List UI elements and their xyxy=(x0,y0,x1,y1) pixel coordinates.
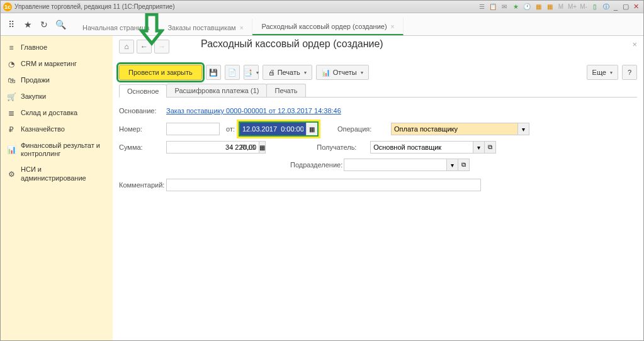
recipient-label: Получатель: xyxy=(317,143,370,151)
date-group: ▦ xyxy=(239,121,319,137)
dropdown-icon[interactable]: ▾ xyxy=(447,159,458,171)
open-icon[interactable]: ⧉ xyxy=(458,159,470,171)
chart-icon: ◔ xyxy=(7,60,16,69)
sidebar-item-crm[interactable]: ◔ CRM и маркетинг xyxy=(1,56,113,72)
sidebar-item-label: Закупки xyxy=(21,92,46,101)
tab-home[interactable]: Начальная страница xyxy=(74,19,159,35)
warehouse-icon: ≣ xyxy=(7,109,16,118)
save-button[interactable]: 💾 xyxy=(206,65,221,80)
sidebar-item-label: Казначейство xyxy=(21,125,65,133)
operation-label: Операция: xyxy=(337,125,391,133)
sidebar-item-label: Главное xyxy=(21,43,47,52)
app-icon: 1c xyxy=(3,3,12,11)
tb-icon[interactable]: ▯ xyxy=(590,3,599,11)
top-row: ⠿ ★ ↻ 🔍 Начальная страница Заказы постав… xyxy=(1,13,643,36)
sum-label: Сумма: xyxy=(119,143,166,151)
sidebar-item-warehouse[interactable]: ≣ Склад и доставка xyxy=(1,105,113,121)
sidebar: ≡ Главное ◔ CRM и маркетинг 🛍 Продажи 🛒 … xyxy=(1,36,113,341)
sidebar-item-finance[interactable]: 📊 Финансовый результат и контроллинг xyxy=(1,138,113,162)
recipient-select[interactable] xyxy=(370,141,473,154)
forward-button[interactable]: → xyxy=(154,40,169,53)
titlebar: 1c Управление торговлей, редакция 11 (1С… xyxy=(1,1,643,13)
sidebar-item-main[interactable]: ≡ Главное xyxy=(1,40,113,56)
tb-icon-m[interactable]: M xyxy=(556,3,565,11)
currency-label: RUB xyxy=(240,143,255,151)
tab-label: Начальная страница xyxy=(82,24,149,31)
post-and-close-button[interactable]: Провести и закрыть xyxy=(119,65,202,80)
close-page-button[interactable]: × xyxy=(632,40,637,49)
post-button[interactable]: 📄 xyxy=(225,65,240,80)
subtabs: Основное Расшифровка платежа (1) Печать xyxy=(119,84,637,98)
list-icon: ≡ xyxy=(7,43,16,52)
create-based-button[interactable]: 📑▾ xyxy=(244,65,259,80)
dropdown-icon[interactable]: ▾ xyxy=(473,141,485,154)
main-content: ⌂ ← → Расходный кассовый ордер (создание… xyxy=(113,36,643,341)
sidebar-item-label: НСИ и администрирование xyxy=(21,165,106,182)
open-icon[interactable]: ⧉ xyxy=(485,141,496,154)
number-label: Номер: xyxy=(119,125,166,133)
calendar-icon[interactable]: ▦ xyxy=(306,123,317,135)
sidebar-item-label: Склад и доставка xyxy=(21,109,77,117)
subtab-main[interactable]: Основное xyxy=(119,84,167,98)
sidebar-item-admin[interactable]: ⚙ НСИ и администрирование xyxy=(1,162,113,186)
tb-icon-m[interactable]: M- xyxy=(579,3,588,11)
history-icon[interactable]: ↻ xyxy=(38,19,50,30)
sidebar-item-label: Финансовый результат и контроллинг xyxy=(21,142,106,158)
basis-link[interactable]: Заказ поставщику 0000-000001 от 12.03.20… xyxy=(166,107,341,115)
minimize-button[interactable]: _ xyxy=(611,3,621,11)
tb-icon[interactable]: 📋 xyxy=(489,3,497,11)
subtab-print[interactable]: Печать xyxy=(266,84,305,97)
toolbar: Провести и закрыть 💾 📄 📑▾ 🖨 Печать▾ 📊 От… xyxy=(119,65,637,80)
calc-icon[interactable]: ▦ xyxy=(259,141,266,154)
print-button[interactable]: 🖨 Печать▾ xyxy=(263,65,312,80)
star-icon[interactable]: ★ xyxy=(22,19,33,30)
tab-cash-order[interactable]: Расходный кассовый ордер (создание) × xyxy=(252,18,404,35)
from-label: от: xyxy=(226,125,235,133)
subtab-payment[interactable]: Расшифровка платежа (1) xyxy=(166,84,267,97)
tb-icon[interactable]: ▦ xyxy=(545,3,554,11)
cart-icon: 🛒 xyxy=(7,92,16,101)
tabs: Начальная страница Заказы поставщикам × … xyxy=(71,13,643,35)
reports-button[interactable]: 📊 Отчеты▾ xyxy=(316,65,369,80)
tb-icon[interactable]: ★ xyxy=(511,3,520,11)
more-button[interactable]: Еще▾ xyxy=(587,65,618,80)
close-icon[interactable]: × xyxy=(391,23,395,30)
close-button[interactable]: ✕ xyxy=(631,3,641,11)
sidebar-item-treasury[interactable]: ₽ Казначейство xyxy=(1,121,113,138)
tb-icon[interactable]: 🕐 xyxy=(523,3,531,11)
tb-icon-m[interactable]: M+ xyxy=(568,3,577,11)
number-input[interactable] xyxy=(166,123,220,135)
back-button[interactable]: ← xyxy=(137,40,152,53)
reports-label: Отчеты xyxy=(333,69,357,76)
apps-icon[interactable]: ⠿ xyxy=(6,19,17,30)
print-label: Печать xyxy=(278,69,300,76)
more-label: Еще xyxy=(592,69,606,76)
page-title: Расходный кассовый ордер (создание) xyxy=(201,38,383,50)
sidebar-item-sales[interactable]: 🛍 Продажи xyxy=(1,72,113,89)
date-input[interactable] xyxy=(240,123,306,135)
info-icon[interactable]: ⓘ xyxy=(602,3,611,11)
tab-label: Заказы поставщикам xyxy=(167,24,235,31)
tab-label: Расходный кассовый ордер (создание) xyxy=(261,23,387,30)
help-button[interactable]: ? xyxy=(622,65,637,80)
titlebar-tools: ☰ 📋 ✉ ★ 🕐 ▦ ▦ M M+ M- ▯ ⓘ xyxy=(477,3,611,11)
maximize-button[interactable]: ▢ xyxy=(621,3,631,11)
tb-icon[interactable]: ☰ xyxy=(477,3,486,11)
sidebar-item-purchases[interactable]: 🛒 Закупки xyxy=(1,89,113,105)
sidebar-item-label: Продажи xyxy=(21,76,50,84)
tb-icon[interactable]: ✉ xyxy=(500,3,509,11)
comment-input[interactable] xyxy=(166,179,481,191)
close-icon[interactable]: × xyxy=(240,25,244,31)
dropdown-icon[interactable]: ▾ xyxy=(518,123,529,135)
tab-orders[interactable]: Заказы поставщикам × xyxy=(159,19,252,35)
department-label: Подразделение: xyxy=(290,161,344,169)
ruble-icon: ₽ xyxy=(7,125,16,134)
app-title: Управление торговлей, редакция 11 (1С:Пр… xyxy=(14,3,175,10)
department-select[interactable] xyxy=(344,159,447,171)
form: Основание: Заказ поставщику 0000-000001 … xyxy=(119,104,637,192)
operation-select[interactable] xyxy=(391,123,518,135)
search-icon[interactable]: 🔍 xyxy=(55,19,66,30)
home-button[interactable]: ⌂ xyxy=(119,40,134,53)
bars-icon: 📊 xyxy=(7,145,16,154)
tb-icon[interactable]: ▦ xyxy=(534,3,543,11)
